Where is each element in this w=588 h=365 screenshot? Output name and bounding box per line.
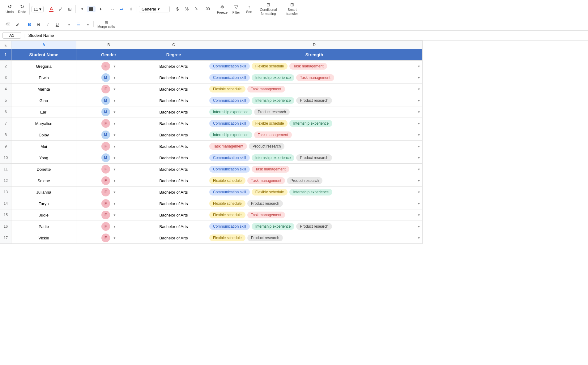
row-dropdown-arrow[interactable]: ▼ [417, 213, 420, 217]
cell-gender[interactable]: F▼ [76, 61, 141, 72]
sort-button[interactable]: ↕ Sort [243, 3, 255, 15]
col-header-a[interactable]: A [11, 41, 76, 49]
format-dropdown[interactable]: General ▾ [139, 6, 170, 12]
cell-strength[interactable]: Flexible scheduleTask managementProduct … [206, 175, 423, 187]
row-dropdown-arrow[interactable]: ▼ [417, 122, 420, 125]
col-header-c[interactable]: C [141, 41, 206, 49]
align-top-button[interactable]: ⬆ [78, 6, 86, 12]
cell-name[interactable]: Colby [11, 129, 76, 141]
undo-button[interactable]: ↺ Undo [4, 3, 15, 15]
cell-strength[interactable]: Internship experienceTask management▼ [206, 129, 423, 141]
row-dropdown-arrow[interactable]: ▼ [417, 110, 420, 114]
paint-format-button[interactable]: 🖌 [13, 22, 22, 27]
cell-degree[interactable]: Bachelor of Arts [141, 106, 206, 118]
cell-strength[interactable]: Communication skillInternship experience… [206, 95, 423, 106]
cell-name[interactable]: Judie [11, 209, 76, 221]
row-dropdown-arrow[interactable]: ▼ [417, 156, 420, 160]
cell-name[interactable]: Gino [11, 95, 76, 106]
cell-degree[interactable]: Bachelor of Arts [141, 129, 206, 141]
align-center-button[interactable]: ☰ [74, 21, 83, 27]
gender-dropdown-arrow[interactable]: ▼ [113, 156, 116, 160]
col-header-d[interactable]: D [206, 41, 423, 49]
align-right-button[interactable]: ≡ [83, 22, 92, 27]
cell-strength[interactable]: Communication skillInternship experience… [206, 72, 423, 84]
cell-name[interactable]: Yong [11, 152, 76, 164]
row-dropdown-arrow[interactable]: ▼ [417, 168, 420, 171]
cell-gender[interactable]: F▼ [76, 118, 141, 129]
cell-gender[interactable]: F▼ [76, 164, 141, 175]
row-dropdown-arrow[interactable]: ▼ [417, 202, 420, 205]
decrease-decimal-button[interactable]: .0← [192, 6, 202, 12]
overflow-button[interactable]: ↡ [127, 6, 135, 12]
row-dropdown-arrow[interactable]: ▼ [417, 88, 420, 91]
cell-gender[interactable]: M▼ [76, 72, 141, 84]
gender-dropdown-arrow[interactable]: ▼ [113, 99, 116, 102]
gender-dropdown-arrow[interactable]: ▼ [113, 88, 116, 91]
cell-name[interactable]: Donette [11, 164, 76, 175]
cell-gender[interactable]: M▼ [76, 152, 141, 164]
cell-degree[interactable]: Bachelor of Arts [141, 61, 206, 72]
gender-dropdown-arrow[interactable]: ▼ [113, 122, 116, 125]
merge-cells-button[interactable]: ⊟ Merge cells [96, 19, 117, 29]
cell-degree[interactable]: Bachelor of Arts [141, 141, 206, 152]
gender-dropdown-arrow[interactable]: ▼ [113, 168, 116, 171]
formula-input[interactable] [27, 32, 586, 38]
gender-dropdown-arrow[interactable]: ▼ [113, 179, 116, 182]
wrap-text-button[interactable]: ⇌ [117, 6, 126, 12]
cell-name[interactable]: Vickie [11, 232, 76, 244]
cell-name[interactable]: Marhta [11, 84, 76, 95]
gender-dropdown-arrow[interactable]: ▼ [113, 213, 116, 217]
row-dropdown-arrow[interactable]: ▼ [417, 179, 420, 182]
cell-degree[interactable]: Bachelor of Arts [141, 187, 206, 198]
cell-gender[interactable]: F▼ [76, 198, 141, 209]
gender-dropdown-arrow[interactable]: ▼ [113, 76, 116, 79]
cell-gender[interactable]: M▼ [76, 129, 141, 141]
row-dropdown-arrow[interactable]: ▼ [417, 76, 420, 79]
gender-dropdown-arrow[interactable]: ▼ [113, 65, 116, 68]
cell-strength[interactable]: Task managementProduct research▼ [206, 141, 423, 152]
font-color-button[interactable]: A [47, 5, 56, 13]
align-middle-button[interactable]: ⬛ [87, 6, 96, 12]
cell-name[interactable]: Maryalice [11, 118, 76, 129]
cell-name[interactable]: Julianna [11, 187, 76, 198]
cell-strength[interactable]: Internship experienceProduct research▼ [206, 106, 423, 118]
cell-degree[interactable]: Bachelor of Arts [141, 118, 206, 129]
cell-gender[interactable]: F▼ [76, 209, 141, 221]
cell-gender[interactable]: F▼ [76, 232, 141, 244]
eraser-button[interactable]: ⌫ [4, 21, 12, 27]
cell-name[interactable]: Erwin [11, 72, 76, 84]
underline-button[interactable]: U [53, 21, 62, 28]
cell-degree[interactable]: Bachelor of Arts [141, 221, 206, 232]
cell-gender[interactable]: M▼ [76, 106, 141, 118]
cell-gender[interactable]: F▼ [76, 84, 141, 95]
cell-gender[interactable]: M▼ [76, 95, 141, 106]
cell-degree[interactable]: Bachelor of Arts [141, 152, 206, 164]
bold-button[interactable]: B [25, 21, 34, 28]
align-bottom-button[interactable]: ⬇ [96, 6, 105, 12]
gender-dropdown-arrow[interactable]: ▼ [113, 110, 116, 114]
gender-dropdown-arrow[interactable]: ▼ [113, 145, 116, 148]
row-dropdown-arrow[interactable]: ▼ [417, 99, 420, 102]
row-dropdown-arrow[interactable]: ▼ [417, 65, 420, 68]
cell-degree[interactable]: Bachelor of Arts [141, 232, 206, 244]
cell-name[interactable]: Gregoria [11, 61, 76, 72]
cell-degree[interactable]: Bachelor of Arts [141, 175, 206, 187]
redo-button[interactable]: ↻ Redo [16, 3, 28, 15]
cell-strength[interactable]: Communication skillTask management▼ [206, 164, 423, 175]
highlight-button[interactable]: 🖊 [56, 6, 65, 12]
row-dropdown-arrow[interactable]: ▼ [417, 236, 420, 240]
gender-dropdown-arrow[interactable]: ▼ [113, 191, 116, 194]
cell-name[interactable]: Taryn [11, 198, 76, 209]
cell-degree[interactable]: Bachelor of Arts [141, 72, 206, 84]
font-size-selector[interactable]: 11 ▾ [32, 6, 44, 12]
percent-button[interactable]: % [182, 6, 191, 12]
align-left-button[interactable]: ≡ [65, 22, 74, 27]
strikethrough-button[interactable]: S [34, 21, 43, 28]
gender-dropdown-arrow[interactable]: ▼ [113, 225, 116, 228]
cell-degree[interactable]: Bachelor of Arts [141, 198, 206, 209]
smart-transfer-button[interactable]: ⊞ Smart transfer [281, 1, 303, 17]
cell-degree[interactable]: Bachelor of Arts [141, 164, 206, 175]
currency-button[interactable]: $ [173, 6, 182, 12]
gender-dropdown-arrow[interactable]: ▼ [113, 236, 116, 240]
row-dropdown-arrow[interactable]: ▼ [417, 191, 420, 194]
